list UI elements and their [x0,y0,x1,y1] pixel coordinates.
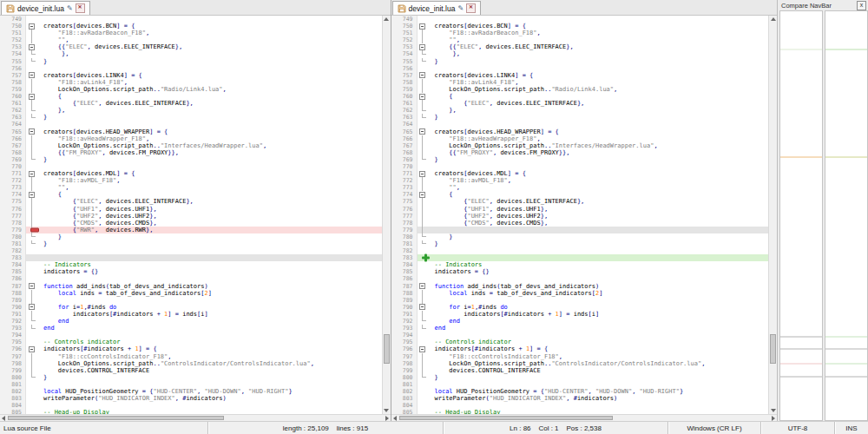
code-line[interactable]: 803writeParameter("HUD_INDICATOR_INDEX",… [391,395,769,402]
fold-margin[interactable] [26,100,36,107]
fold-collapse-icon[interactable] [419,72,425,78]
code-line[interactable]: 792 end [0,318,382,325]
fold-margin[interactable] [418,142,428,149]
fold-margin[interactable] [26,65,36,72]
fold-margin[interactable] [418,184,428,191]
fold-margin[interactable] [418,367,428,374]
fold-margin[interactable] [418,360,428,367]
code-line[interactable]: 785indicators = {} [391,268,769,275]
fold-margin[interactable] [26,170,36,177]
code-line[interactable]: 749 [391,16,769,23]
fold-margin[interactable] [26,156,36,163]
fold-margin[interactable] [418,156,428,163]
code-line[interactable]: 780 } [0,233,382,240]
status-eol-format[interactable]: Windows (CR LF) [667,422,760,434]
fold-margin[interactable] [26,135,36,142]
code-line[interactable]: 763} [0,114,382,121]
scroll-up-icon[interactable] [383,16,391,23]
code-line[interactable]: 804 [0,402,382,409]
code-line[interactable]: 780 } [391,233,769,240]
code-line[interactable]: 757creators[devices.LINK4] = { [0,72,382,79]
fold-margin[interactable] [418,30,428,36]
fold-margin[interactable] [418,388,428,395]
fold-margin[interactable] [26,247,36,254]
fold-margin[interactable] [418,177,428,184]
scroll-left-icon[interactable] [0,415,7,421]
code-line[interactable]: 750creators[devices.BCN] = { [0,23,382,30]
fold-margin[interactable] [26,290,36,297]
status-encoding[interactable]: UTF-8 [760,422,834,434]
code-line[interactable]: 761 {"ELEC", devices.ELEC_INTERFACE}, [391,100,769,107]
code-line[interactable]: 753 {{"ELEC", devices.ELEC_INTERFACE}, [0,43,382,50]
code-line[interactable]: 800} [391,374,769,381]
code-line[interactable]: 796indicators[#indicators + 1] = { [0,345,382,352]
left-horizontal-scrollbar[interactable] [0,414,391,421]
code-line[interactable]: 760 { [391,93,769,100]
code-line[interactable]: 772 "F18::avMDL_F18", [391,177,769,184]
fold-margin[interactable] [26,388,36,395]
navbar-right-document-map[interactable] [825,10,868,421]
code-line[interactable]: 762 }, [0,107,382,114]
code-line[interactable]: 764 [0,121,382,128]
left-vscroll-thumb[interactable] [384,334,390,364]
fold-margin[interactable] [26,261,36,268]
fold-margin[interactable] [418,318,428,325]
fold-margin[interactable] [26,339,36,345]
navbar-diff-mark[interactable] [780,363,822,365]
fold-margin[interactable] [26,128,36,135]
fold-margin[interactable] [26,79,36,86]
fold-margin[interactable] [418,79,428,86]
fold-margin[interactable] [418,114,428,121]
fold-margin[interactable] [26,58,36,65]
code-line[interactable]: 768 {{"FM_PROXY", devices.FM_PROXY}}, [391,149,769,156]
code-line[interactable]: 754 }, [0,50,382,57]
fold-margin[interactable] [26,283,36,290]
code-line[interactable]: 803writeParameter("HUD_INDICATOR_INDEX",… [0,395,382,402]
code-line[interactable]: 784-- Indicators [391,261,769,268]
scroll-up-icon[interactable] [769,16,777,23]
code-line[interactable]: 762 }, [391,107,769,114]
scroll-right-icon[interactable] [770,415,777,421]
code-line[interactable]: 784-- Indicators [0,261,382,268]
code-line[interactable]: 794 [391,332,769,339]
fold-collapse-icon[interactable] [419,192,425,198]
fold-margin[interactable] [26,311,36,318]
fold-margin[interactable] [418,149,428,156]
code-line[interactable]: 760 { [0,93,382,100]
fold-margin[interactable] [26,325,36,332]
code-line[interactable]: 767 LockOn_Options.script_path.."Interfa… [0,142,382,149]
code-line[interactable]: 765creators[devices.HEAD_WRAPPER] = { [391,128,769,135]
code-line[interactable]: 750creators[devices.BCN] = { [391,23,769,30]
code-line[interactable]: 782 [0,247,382,254]
navbar-diff-mark[interactable] [825,49,867,50]
fold-margin[interactable] [418,275,428,282]
fold-margin[interactable] [418,283,428,290]
code-line[interactable]: 767 LockOn_Options.script_path.."Interfa… [391,142,769,149]
code-line[interactable]: 797 "F18::ccControlsIndicator_F18", [0,353,382,360]
fold-margin[interactable] [26,206,36,213]
fold-margin[interactable] [26,381,36,388]
code-line[interactable]: 789 [0,297,382,304]
scroll-left-icon[interactable] [391,415,398,421]
fold-margin[interactable] [26,268,36,275]
fold-collapse-icon[interactable] [419,44,425,50]
code-line[interactable]: 764 [391,121,769,128]
code-line[interactable]: 755} [0,58,382,65]
fold-margin[interactable] [26,360,36,367]
fold-margin[interactable] [418,261,428,268]
code-line[interactable]: 749 [0,16,382,23]
code-line[interactable]: 791 indicators[#indicators + 1] = inds[i… [391,311,769,318]
fold-margin[interactable] [26,23,36,30]
code-line[interactable]: 796indicators[#indicators + 1] = { [391,345,769,352]
fold-margin[interactable] [418,43,428,50]
code-line[interactable]: 757creators[devices.LINK4] = { [391,72,769,79]
code-line[interactable]: 776 {"UHF1", devices.UHF1}, [0,206,382,213]
fold-margin[interactable] [418,395,428,402]
code-line[interactable]: 791 indicators[#indicators + 1] = inds[i… [0,311,382,318]
fold-collapse-icon[interactable] [29,94,35,100]
fold-collapse-icon[interactable] [419,23,425,30]
fold-collapse-icon[interactable] [29,23,35,30]
fold-margin[interactable] [418,65,428,72]
navbar-diff-mark[interactable] [780,336,822,338]
code-line[interactable]: 756 [391,65,769,72]
